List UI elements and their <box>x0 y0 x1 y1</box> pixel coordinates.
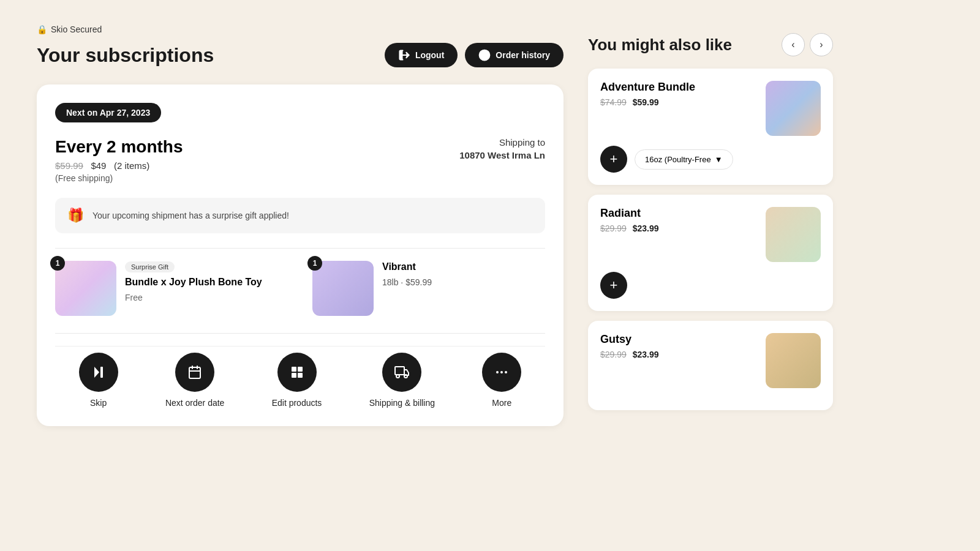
rec-card-radiant-inner: Radiant $29.99 $23.99 <box>600 207 821 262</box>
rec-sale-adventure: $59.99 <box>633 97 659 107</box>
order-history-label: Order history <box>496 50 550 60</box>
rec-name-adventure: Adventure Bundle <box>600 81 695 94</box>
header-row: Your subscriptions Logout Order histo <box>37 43 564 67</box>
next-button[interactable]: › <box>810 33 833 56</box>
product-detail-2: 18lb · $59.99 <box>382 277 545 287</box>
grid-icon <box>290 365 304 380</box>
calendar-icon <box>187 365 202 380</box>
vibrant-image-placeholder <box>312 261 374 316</box>
add-adventure-button[interactable]: + <box>600 146 627 173</box>
more-action[interactable]: More <box>482 353 521 408</box>
product-info-1: Surprise Gift Bundle x Joy Plush Bone To… <box>125 261 288 302</box>
product-badge-1: 1 <box>50 256 65 271</box>
product-image-wrap-2: 1 <box>312 261 374 316</box>
add-radiant-button[interactable]: + <box>600 272 627 299</box>
rec-card-adventure-info: Adventure Bundle $74.99 $59.99 <box>600 81 695 107</box>
rec-pricing-adventure: $74.99 $59.99 <box>600 97 695 107</box>
rec-orig-radiant: $29.99 <box>600 223 627 233</box>
nav-buttons: ‹ › <box>782 33 833 56</box>
product-badge-2: 1 <box>307 256 322 271</box>
subscription-details-left: Every 2 months $59.99 $49 (2 items) (Fre… <box>55 137 183 183</box>
edit-products-button[interactable] <box>277 353 317 392</box>
svg-rect-3 <box>100 367 103 378</box>
logout-button[interactable]: Logout <box>385 43 458 67</box>
product-item-2: 1 Vibrant 18lb · $59.99 <box>312 261 545 316</box>
items-count: (2 items) <box>114 160 149 171</box>
rec-card-adventure-inner: Adventure Bundle $74.99 $59.99 <box>600 81 821 136</box>
actions-row: Skip Next order date <box>55 346 545 408</box>
actions-divider <box>55 333 545 334</box>
product-item-1: 1 Surprise Gift Bundle x Joy Plush Bone … <box>55 261 288 316</box>
truck-icon <box>394 365 409 380</box>
right-panel: You might also like ‹ › Adventure Bundle… <box>588 24 833 426</box>
rec-name-radiant: Radiant <box>600 207 659 220</box>
product-name-1: Bundle x Joy Plush Bone Toy <box>125 276 288 289</box>
next-order-date-action[interactable]: Next order date <box>165 353 225 408</box>
rec-card-radiant: Radiant $29.99 $23.99 + <box>588 195 833 311</box>
rec-image-gutsy <box>766 333 821 388</box>
variant-label-adventure: 16oz (Poultry-Free <box>645 155 711 164</box>
skip-action[interactable]: Skip <box>79 353 118 408</box>
product-image-wrap-1: 1 <box>55 261 116 316</box>
shipping-billing-button[interactable] <box>382 353 421 392</box>
svg-rect-9 <box>298 367 303 372</box>
shipping-billing-label: Shipping & billing <box>369 398 435 408</box>
svg-rect-11 <box>298 373 303 378</box>
rec-card-gutsy-info: Gutsy $29.99 $23.99 <box>600 333 659 359</box>
variant-select-adventure[interactable]: 16oz (Poultry-Free ▼ <box>635 149 733 170</box>
skip-button[interactable] <box>79 353 118 392</box>
secured-label: Skio Secured <box>51 24 102 34</box>
more-label: More <box>492 398 511 408</box>
rec-pricing-radiant: $29.99 $23.99 <box>600 223 659 233</box>
svg-rect-12 <box>395 367 404 375</box>
products-row: 1 Surprise Gift Bundle x Joy Plush Bone … <box>55 261 545 316</box>
svg-marker-2 <box>94 367 99 378</box>
skip-label: Skip <box>90 398 107 408</box>
rec-orig-adventure: $74.99 <box>600 97 627 107</box>
logout-label: Logout <box>415 50 444 60</box>
current-price: $49 <box>91 160 106 171</box>
product-price-2: $59.99 <box>405 277 432 287</box>
rec-image-adventure <box>766 81 821 136</box>
toy-image-placeholder <box>55 261 116 316</box>
rec-card-radiant-info: Radiant $29.99 $23.99 <box>600 207 659 233</box>
order-history-button[interactable]: Order history <box>465 43 564 67</box>
logout-icon <box>398 49 410 61</box>
rec-sale-gutsy: $23.99 <box>633 350 659 359</box>
left-panel: 🔒 Skio Secured Your subscriptions Logout <box>37 24 564 426</box>
secured-badge: 🔒 Skio Secured <box>37 24 564 34</box>
header-buttons: Logout Order history <box>385 43 564 67</box>
rec-orig-gutsy: $29.99 <box>600 350 627 359</box>
skip-icon <box>91 365 106 380</box>
svg-point-17 <box>505 371 507 373</box>
product-price-1: Free <box>125 293 288 302</box>
subscription-info: Every 2 months $59.99 $49 (2 items) (Fre… <box>55 137 545 183</box>
prev-button[interactable]: ‹ <box>782 33 805 56</box>
page-title: Your subscriptions <box>37 44 214 67</box>
lock-icon: 🔒 <box>37 24 47 34</box>
adventure-image-placeholder <box>766 81 821 136</box>
recommendations-header: You might also like ‹ › <box>588 33 833 56</box>
shipping-label: Shipping to <box>459 137 545 148</box>
dots-icon <box>494 365 509 380</box>
subscription-card: Next on Apr 27, 2023 Every 2 months $59.… <box>37 84 564 426</box>
svg-point-15 <box>496 371 499 373</box>
product-detail-dot: · <box>401 277 405 287</box>
shipping-billing-action[interactable]: Shipping & billing <box>369 353 435 408</box>
edit-products-action[interactable]: Edit products <box>272 353 322 408</box>
next-order-date-button[interactable] <box>175 353 214 392</box>
more-button[interactable] <box>482 353 521 392</box>
radiant-image-placeholder <box>766 207 821 262</box>
pricing-row: $59.99 $49 (2 items) <box>55 160 183 171</box>
svg-point-13 <box>396 375 399 378</box>
subscription-details-right: Shipping to 10870 West Irma Ln <box>459 137 545 160</box>
svg-point-14 <box>404 375 407 378</box>
rec-actions-radiant: + <box>600 272 821 299</box>
svg-rect-4 <box>189 367 200 378</box>
product-name-2: Vibrant <box>382 261 545 274</box>
free-shipping: (Free shipping) <box>55 173 183 183</box>
rec-actions-adventure: + 16oz (Poultry-Free ▼ <box>600 146 821 173</box>
shipping-address: 10870 West Irma Ln <box>459 150 545 160</box>
gift-notice-text: Your upcoming shipment has a surprise gi… <box>92 211 289 220</box>
product-tag-1: Surprise Gift <box>125 261 175 272</box>
